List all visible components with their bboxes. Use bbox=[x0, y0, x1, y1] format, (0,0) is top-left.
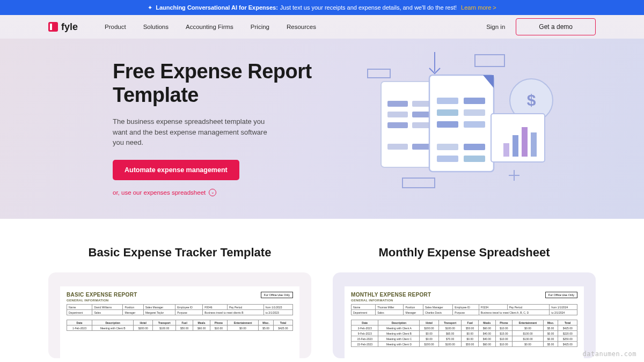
template-basic: Basic Expense Tracker Template For Offic… bbox=[48, 246, 311, 358]
svg-rect-20 bbox=[464, 121, 485, 128]
hero-illustration: $ bbox=[360, 49, 564, 200]
announce-text: Just text us your receipts and expense d… bbox=[280, 4, 457, 11]
info-table: NameDavid WilliamsPositionSales ManagerE… bbox=[67, 304, 293, 315]
nav-links: Product Solutions Accounting Firms Prici… bbox=[105, 24, 316, 30]
svg-rect-16 bbox=[464, 98, 485, 104]
demo-button[interactable]: Get a demo bbox=[516, 18, 596, 35]
svg-rect-24 bbox=[464, 156, 485, 162]
logo[interactable]: fyle bbox=[48, 21, 78, 33]
nav-solutions[interactable]: Solutions bbox=[143, 24, 169, 30]
nav-accounting[interactable]: Accounting Firms bbox=[186, 24, 233, 30]
templates-section: Basic Expense Tracker Template For Offic… bbox=[0, 219, 644, 358]
top-nav: fyle Product Solutions Accounting Firms … bbox=[0, 15, 644, 39]
svg-rect-22 bbox=[464, 144, 485, 150]
sheet-sub: GENERAL INFORMATION bbox=[67, 299, 293, 302]
svg-rect-29 bbox=[531, 132, 537, 157]
svg-rect-26 bbox=[503, 143, 509, 157]
hero-subtitle: The business expense spreadsheet templat… bbox=[113, 116, 274, 148]
template-card[interactable]: For Office Use Only BASIC EXPENSE REPORT… bbox=[48, 272, 311, 358]
nav-right: Sign in Get a demo bbox=[486, 18, 596, 35]
watermark: datanumen.com bbox=[583, 350, 636, 358]
nav-resources[interactable]: Resources bbox=[287, 24, 316, 30]
cta-button[interactable]: Automate expense management bbox=[113, 160, 239, 180]
announce-learn-more[interactable]: Learn more > bbox=[461, 4, 496, 11]
hero-title: Free Expense Report Template bbox=[113, 60, 322, 107]
info-table: NameThomas MillerPositionSales ManagerEm… bbox=[351, 304, 577, 315]
nav-product[interactable]: Product bbox=[105, 24, 126, 30]
expense-table: DateDescriptionHotelTransportFuelMealsPh… bbox=[351, 320, 577, 347]
svg-rect-21 bbox=[437, 144, 458, 150]
signin-link[interactable]: Sign in bbox=[486, 24, 505, 30]
announcement-bar: ✦ Launching Conversational AI for Expens… bbox=[0, 0, 644, 15]
alt-link[interactable]: or, use our expenses spreadsheet ⌄ bbox=[113, 189, 322, 196]
expense-table: DateDescriptionHotelTransportFuelMealsPh… bbox=[67, 320, 293, 331]
brand-text: fyle bbox=[61, 21, 78, 33]
announce-bold: Launching Conversational AI for Expenses… bbox=[156, 4, 278, 11]
svg-rect-17 bbox=[437, 109, 458, 116]
alt-text: or, use our expenses spreadsheet bbox=[113, 189, 206, 196]
svg-rect-12 bbox=[387, 144, 408, 150]
svg-rect-30 bbox=[402, 178, 435, 188]
svg-rect-8 bbox=[387, 112, 408, 117]
svg-text:$: $ bbox=[527, 91, 536, 109]
chevron-down-icon: ⌄ bbox=[209, 189, 216, 196]
template-grid: Basic Expense Tracker Template For Offic… bbox=[48, 246, 596, 358]
svg-rect-28 bbox=[522, 127, 528, 157]
svg-rect-27 bbox=[513, 135, 518, 157]
svg-rect-10 bbox=[387, 122, 408, 128]
svg-rect-19 bbox=[437, 121, 458, 128]
svg-rect-18 bbox=[464, 109, 485, 116]
hero-section: Free Expense Report Template The busines… bbox=[0, 39, 644, 219]
template-heading: Monthly Expense Spreadsheet bbox=[333, 246, 596, 260]
svg-rect-23 bbox=[437, 156, 458, 162]
svg-rect-2 bbox=[475, 55, 504, 67]
logo-icon bbox=[48, 22, 58, 32]
hero-content: Free Expense Report Template The busines… bbox=[113, 60, 322, 203]
sheet-sub: GENERAL INFORMATION bbox=[351, 299, 577, 302]
svg-rect-6 bbox=[387, 101, 408, 107]
template-heading: Basic Expense Tracker Template bbox=[48, 246, 311, 260]
template-monthly: Monthly Expense Spreadsheet For Office U… bbox=[333, 246, 596, 358]
sparkle-icon: ✦ bbox=[148, 4, 152, 11]
svg-rect-1 bbox=[368, 69, 390, 78]
nav-pricing[interactable]: Pricing bbox=[251, 24, 269, 30]
sheet-title: BASIC EXPENSE REPORT bbox=[67, 292, 293, 298]
svg-rect-15 bbox=[437, 98, 458, 104]
office-tag: For Office Use Only bbox=[261, 292, 293, 298]
office-tag: For Office Use Only bbox=[545, 292, 577, 298]
sheet-preview: For Office Use Only MONTHLY EXPENSE REPO… bbox=[345, 286, 584, 358]
template-card[interactable]: For Office Use Only MONTHLY EXPENSE REPO… bbox=[333, 272, 596, 358]
sheet-preview: For Office Use Only BASIC EXPENSE REPORT… bbox=[60, 286, 299, 358]
sheet-title: MONTHLY EXPENSE REPORT bbox=[351, 292, 577, 298]
